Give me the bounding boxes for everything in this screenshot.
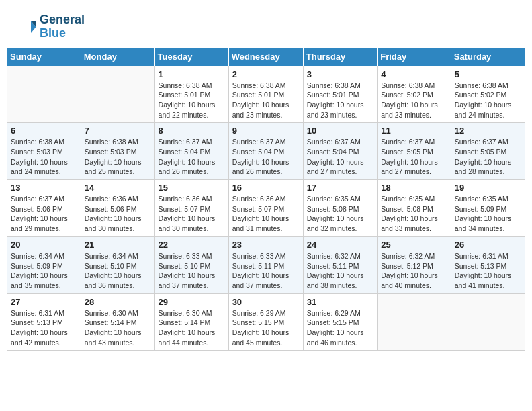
table-row: 25Sunrise: 6:32 AM Sunset: 5:12 PM Dayli… [378,236,451,293]
table-row: 8Sunrise: 6:37 AM Sunset: 5:04 PM Daylig… [154,123,228,180]
cell-info: Sunrise: 6:36 AM Sunset: 5:07 PM Dayligh… [232,194,300,234]
cell-info: Sunrise: 6:29 AM Sunset: 5:15 PM Dayligh… [307,308,373,348]
table-row: 26Sunrise: 6:31 AM Sunset: 5:13 PM Dayli… [451,236,525,293]
table-row: 6Sunrise: 6:38 AM Sunset: 5:03 PM Daylig… [7,123,81,180]
day-number: 3 [307,69,373,79]
logo-icon [17,17,37,37]
cell-info: Sunrise: 6:38 AM Sunset: 5:03 PM Dayligh… [11,137,77,177]
table-row: 22Sunrise: 6:33 AM Sunset: 5:10 PM Dayli… [154,236,228,293]
day-number: 5 [455,69,521,79]
cell-info: Sunrise: 6:38 AM Sunset: 5:01 PM Dayligh… [232,81,300,120]
day-number: 14 [85,183,151,193]
day-number: 4 [381,69,447,79]
cell-info: Sunrise: 6:37 AM Sunset: 5:06 PM Dayligh… [11,194,77,234]
day-number: 31 [307,297,373,307]
table-row: 24Sunrise: 6:32 AM Sunset: 5:11 PM Dayli… [303,236,377,293]
table-row: 31Sunrise: 6:29 AM Sunset: 5:15 PM Dayli… [303,293,377,351]
day-number: 21 [85,240,151,250]
day-number: 11 [381,126,447,136]
day-number: 15 [159,183,225,193]
table-row: 9Sunrise: 6:37 AM Sunset: 5:04 PM Daylig… [228,123,303,180]
cell-info: Sunrise: 6:33 AM Sunset: 5:11 PM Dayligh… [232,251,300,291]
table-row: 29Sunrise: 6:30 AM Sunset: 5:14 PM Dayli… [154,293,228,351]
day-number: 12 [455,126,521,136]
cell-info: Sunrise: 6:38 AM Sunset: 5:03 PM Dayligh… [85,137,151,177]
table-row: 27Sunrise: 6:31 AM Sunset: 5:13 PM Dayli… [7,293,81,351]
logo: General Blue [17,13,85,40]
calendar-header-row: SundayMondayTuesdayWednesdayThursdayFrid… [7,47,525,66]
col-header-sunday: Sunday [7,47,81,66]
calendar-week-row: 1Sunrise: 6:38 AM Sunset: 5:01 PM Daylig… [7,66,525,123]
table-row: 2Sunrise: 6:38 AM Sunset: 5:01 PM Daylig… [228,66,303,123]
day-number: 13 [11,183,77,193]
cell-info: Sunrise: 6:34 AM Sunset: 5:10 PM Dayligh… [85,251,151,291]
cell-info: Sunrise: 6:37 AM Sunset: 5:04 PM Dayligh… [159,137,225,177]
col-header-saturday: Saturday [451,47,525,66]
table-row [7,66,81,123]
col-header-tuesday: Tuesday [154,47,228,66]
calendar-week-row: 6Sunrise: 6:38 AM Sunset: 5:03 PM Daylig… [7,123,525,180]
cell-info: Sunrise: 6:36 AM Sunset: 5:06 PM Dayligh… [85,194,151,234]
table-row: 11Sunrise: 6:37 AM Sunset: 5:05 PM Dayli… [378,123,451,180]
cell-info: Sunrise: 6:37 AM Sunset: 5:04 PM Dayligh… [232,137,300,177]
day-number: 27 [11,297,77,307]
table-row: 17Sunrise: 6:35 AM Sunset: 5:08 PM Dayli… [303,180,377,237]
cell-info: Sunrise: 6:35 AM Sunset: 5:09 PM Dayligh… [455,194,521,234]
table-row: 10Sunrise: 6:37 AM Sunset: 5:04 PM Dayli… [303,123,377,180]
cell-info: Sunrise: 6:35 AM Sunset: 5:08 PM Dayligh… [307,194,373,234]
day-number: 2 [232,69,300,79]
table-row: 13Sunrise: 6:37 AM Sunset: 5:06 PM Dayli… [7,180,81,237]
table-row: 5Sunrise: 6:38 AM Sunset: 5:02 PM Daylig… [451,66,525,123]
cell-info: Sunrise: 6:38 AM Sunset: 5:01 PM Dayligh… [307,81,373,120]
calendar-week-row: 20Sunrise: 6:34 AM Sunset: 5:09 PM Dayli… [7,236,525,293]
table-row: 30Sunrise: 6:29 AM Sunset: 5:15 PM Dayli… [228,293,303,351]
table-row: 7Sunrise: 6:38 AM Sunset: 5:03 PM Daylig… [81,123,154,180]
calendar-week-row: 27Sunrise: 6:31 AM Sunset: 5:13 PM Dayli… [7,293,525,351]
day-number: 20 [11,240,77,250]
table-row: 21Sunrise: 6:34 AM Sunset: 5:10 PM Dayli… [81,236,154,293]
day-number: 30 [232,297,300,307]
page-header: General Blue [7,7,525,44]
col-header-monday: Monday [81,47,154,66]
table-row: 18Sunrise: 6:35 AM Sunset: 5:08 PM Dayli… [378,180,451,237]
day-number: 28 [85,297,151,307]
cell-info: Sunrise: 6:38 AM Sunset: 5:01 PM Dayligh… [159,81,225,120]
table-row [378,293,451,351]
logo-text: General Blue [40,13,85,40]
day-number: 7 [85,126,151,136]
cell-info: Sunrise: 6:32 AM Sunset: 5:11 PM Dayligh… [307,251,373,291]
col-header-friday: Friday [378,47,451,66]
table-row [451,293,525,351]
day-number: 19 [455,183,521,193]
table-row [81,66,154,123]
cell-info: Sunrise: 6:38 AM Sunset: 5:02 PM Dayligh… [381,81,447,120]
cell-info: Sunrise: 6:35 AM Sunset: 5:08 PM Dayligh… [381,194,447,234]
day-number: 16 [232,183,300,193]
cell-info: Sunrise: 6:37 AM Sunset: 5:04 PM Dayligh… [307,137,373,177]
day-number: 9 [232,126,300,136]
table-row: 14Sunrise: 6:36 AM Sunset: 5:06 PM Dayli… [81,180,154,237]
day-number: 22 [159,240,225,250]
day-number: 26 [455,240,521,250]
day-number: 29 [159,297,225,307]
table-row: 19Sunrise: 6:35 AM Sunset: 5:09 PM Dayli… [451,180,525,237]
day-number: 10 [307,126,373,136]
cell-info: Sunrise: 6:32 AM Sunset: 5:12 PM Dayligh… [381,251,447,291]
table-row: 28Sunrise: 6:30 AM Sunset: 5:14 PM Dayli… [81,293,154,351]
table-row: 15Sunrise: 6:36 AM Sunset: 5:07 PM Dayli… [154,180,228,237]
cell-info: Sunrise: 6:31 AM Sunset: 5:13 PM Dayligh… [455,251,521,291]
col-header-thursday: Thursday [303,47,377,66]
cell-info: Sunrise: 6:30 AM Sunset: 5:14 PM Dayligh… [159,308,225,348]
table-row: 16Sunrise: 6:36 AM Sunset: 5:07 PM Dayli… [228,180,303,237]
day-number: 1 [159,69,225,79]
col-header-wednesday: Wednesday [228,47,303,66]
cell-info: Sunrise: 6:37 AM Sunset: 5:05 PM Dayligh… [381,137,447,177]
day-number: 18 [381,183,447,193]
cell-info: Sunrise: 6:29 AM Sunset: 5:15 PM Dayligh… [232,308,300,348]
table-row: 3Sunrise: 6:38 AM Sunset: 5:01 PM Daylig… [303,66,377,123]
day-number: 23 [232,240,300,250]
cell-info: Sunrise: 6:38 AM Sunset: 5:02 PM Dayligh… [455,81,521,120]
table-row: 23Sunrise: 6:33 AM Sunset: 5:11 PM Dayli… [228,236,303,293]
table-row: 4Sunrise: 6:38 AM Sunset: 5:02 PM Daylig… [378,66,451,123]
cell-info: Sunrise: 6:34 AM Sunset: 5:09 PM Dayligh… [11,251,77,291]
